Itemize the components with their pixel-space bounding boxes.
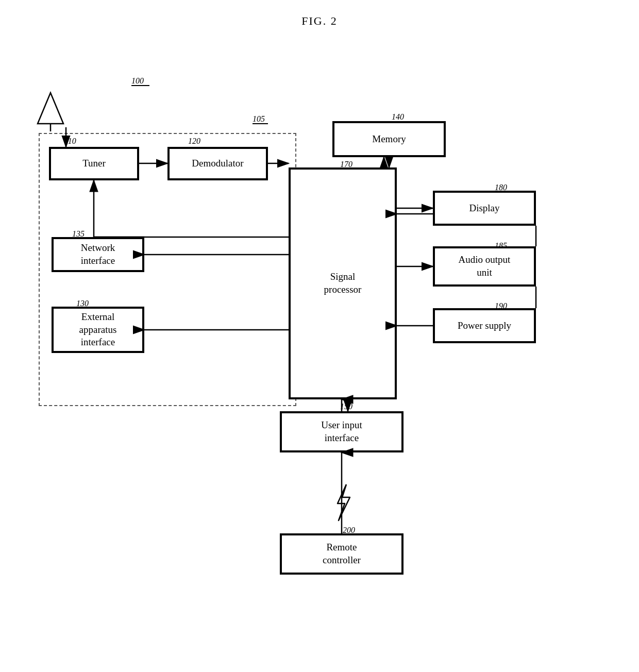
user-input-label: User input interface xyxy=(321,419,362,444)
power-supply-label: Power supply xyxy=(458,320,511,332)
memory-box: Memory xyxy=(332,121,446,157)
audio-output-label: Audio output unit xyxy=(459,254,511,279)
antenna-icon xyxy=(35,90,66,133)
ref-105: 105 xyxy=(253,114,265,124)
signal-processor-label: Signal processor xyxy=(324,271,362,296)
power-supply-box: Power supply xyxy=(433,308,536,343)
network-interface-label: Network interface xyxy=(81,242,115,267)
svg-marker-0 xyxy=(38,93,63,124)
user-input-box: User input interface xyxy=(280,411,403,452)
remote-controller-box: Remote controller xyxy=(280,533,403,575)
ref-100: 100 xyxy=(131,76,144,86)
display-box: Display xyxy=(433,191,536,226)
figure-title: FIG. 2 xyxy=(0,14,639,28)
display-label: Display xyxy=(469,202,499,215)
external-apparatus-box: External apparatus interface xyxy=(52,307,144,353)
demodulator-box: Demodulator xyxy=(167,147,268,180)
demodulator-label: Demodulator xyxy=(192,157,243,170)
tuner-box: Tuner xyxy=(49,147,139,180)
memory-label: Memory xyxy=(372,133,406,146)
ref-150: 150 xyxy=(340,402,352,411)
signal-processor-box: Signal processor xyxy=(289,167,397,399)
audio-output-box: Audio output unit xyxy=(433,246,536,287)
external-apparatus-label: External apparatus interface xyxy=(79,311,117,349)
remote-controller-label: Remote controller xyxy=(323,541,361,566)
ref-140: 140 xyxy=(392,112,404,122)
tuner-label: Tuner xyxy=(82,157,106,170)
remote-signal-icon xyxy=(328,482,357,525)
network-interface-box: Network interface xyxy=(52,237,144,272)
